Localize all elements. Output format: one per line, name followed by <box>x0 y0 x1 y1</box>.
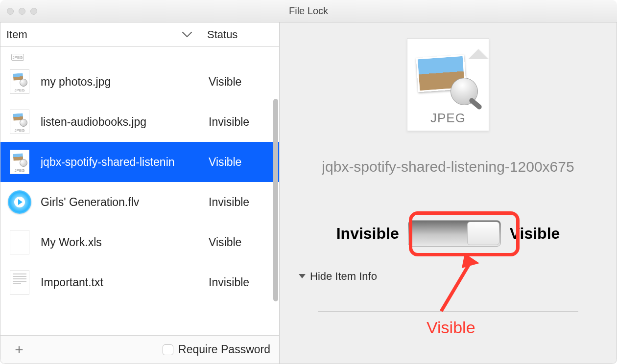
svg-marker-0 <box>462 253 479 268</box>
detail-pane: JPEG jqbx-spotify-shared-listening-1200x… <box>280 23 617 364</box>
file-name: My Work.xls <box>41 236 205 249</box>
file-status: Visible <box>205 156 273 169</box>
file-name: jqbx-spotify-shared-listenin <box>41 156 205 169</box>
column-status-label: Status <box>207 28 237 41</box>
detail-filename: jqbx-spotify-shared-listening-1200x675 <box>322 159 574 175</box>
require-password[interactable]: Require Password <box>163 343 270 356</box>
hide-item-info[interactable]: Hide Item Info <box>298 270 607 283</box>
file-status: Invisible <box>205 115 273 129</box>
checkbox-icon[interactable] <box>163 344 173 355</box>
text-file-icon <box>6 269 33 296</box>
file-status: Visible <box>205 75 273 89</box>
jpeg-file-icon <box>6 149 33 175</box>
file-list-pane: Item Status JPEG my photos.jpg Visible l… <box>0 23 280 364</box>
jpeg-preview-icon: JPEG <box>407 38 489 131</box>
visibility-toggle[interactable] <box>408 220 501 247</box>
file-rows: JPEG my photos.jpg Visible listen-audiob… <box>0 47 279 335</box>
column-header-status[interactable]: Status <box>201 23 279 46</box>
window-title: File Lock <box>0 5 617 17</box>
file-name: Important.txt <box>41 276 205 289</box>
require-password-label: Require Password <box>178 343 270 356</box>
toggle-label-visible: Visible <box>510 225 560 243</box>
file-name: my photos.jpg <box>41 75 205 89</box>
file-preview: JPEG jqbx-spotify-shared-listening-1200x… <box>289 38 607 247</box>
toggle-knob <box>467 222 499 245</box>
scrollbar-thumb[interactable] <box>273 99 278 301</box>
list-item[interactable]: My Work.xls Visible <box>0 222 279 262</box>
file-name: Girls' Generation.flv <box>41 196 205 209</box>
video-file-icon <box>6 189 33 215</box>
list-item[interactable]: my photos.jpg Visible <box>0 62 279 102</box>
list-item[interactable]: JPEG <box>0 47 279 62</box>
divider <box>318 311 578 312</box>
list-item[interactable]: Girls' Generation.flv Invisible <box>0 182 279 222</box>
hide-item-info-label: Hide Item Info <box>310 270 377 283</box>
visibility-toggle-row: Invisible Visible <box>336 220 560 247</box>
column-item-label: Item <box>6 28 27 41</box>
column-header-item[interactable]: Item <box>0 23 201 46</box>
generic-file-icon <box>6 229 33 255</box>
file-status: Invisible <box>205 276 273 289</box>
list-item[interactable]: jqbx-spotify-shared-listenin Visible <box>0 142 279 182</box>
annotation-label: Visible <box>427 318 475 337</box>
list-item[interactable]: listen-audiobooks.jpg Invisible <box>0 102 279 142</box>
file-status: Visible <box>205 236 273 249</box>
list-item[interactable]: Important.txt Invisible <box>0 262 279 302</box>
jpeg-file-icon <box>6 109 33 135</box>
filetype-label: JPEG <box>407 111 489 126</box>
add-button[interactable]: + <box>9 340 29 360</box>
chevron-down-icon <box>182 31 192 38</box>
disclosure-triangle-icon <box>298 273 306 279</box>
toggle-label-invisible: Invisible <box>336 225 399 243</box>
jpeg-file-icon <box>6 68 33 95</box>
jpeg-badge-icon: JPEG <box>11 54 24 61</box>
file-name: listen-audiobooks.jpg <box>41 115 205 129</box>
plus-icon: + <box>15 341 24 358</box>
file-status: Invisible <box>205 196 273 209</box>
table-header: Item Status <box>0 23 279 47</box>
list-footer: + Require Password <box>0 335 279 364</box>
titlebar: File Lock <box>0 0 617 23</box>
main-content: Item Status JPEG my photos.jpg Visible l… <box>0 23 617 364</box>
